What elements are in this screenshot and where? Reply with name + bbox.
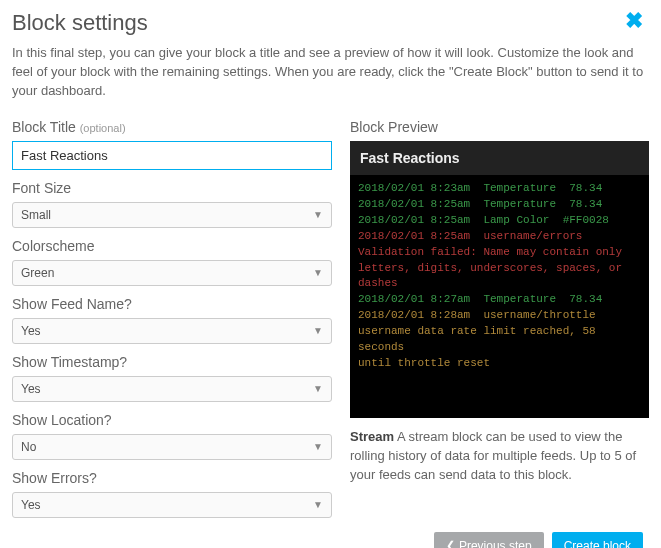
- log-line: 2018/02/01 8:28am username/throttle: [358, 308, 641, 324]
- preview-description: Stream A stream block can be used to vie…: [350, 428, 649, 485]
- block-title-label: Block Title (optional): [12, 119, 332, 135]
- page-title: Block settings: [12, 10, 148, 36]
- log-line: Validation failed: Name may contain only: [358, 245, 641, 261]
- chevron-left-icon: ❮: [446, 539, 455, 548]
- create-block-button[interactable]: Create block: [552, 532, 643, 548]
- chevron-down-icon: ▼: [313, 499, 323, 510]
- chevron-down-icon: ▼: [313, 209, 323, 220]
- log-line: 2018/02/01 8:23am Temperature 78.34: [358, 181, 641, 197]
- chevron-down-icon: ▼: [313, 267, 323, 278]
- log-line: until throttle reset: [358, 356, 641, 372]
- show-timestamp-select[interactable]: Yes▼: [12, 376, 332, 402]
- chevron-down-icon: ▼: [313, 383, 323, 394]
- preview-log: 2018/02/01 8:23am Temperature 78.34 2018…: [350, 175, 649, 378]
- preview-section-title: Block Preview: [350, 119, 649, 135]
- log-line: letters, digits, underscores, spaces, or…: [358, 261, 641, 293]
- show-timestamp-label: Show Timestamp?: [12, 354, 332, 370]
- show-errors-label: Show Errors?: [12, 470, 332, 486]
- show-feed-name-label: Show Feed Name?: [12, 296, 332, 312]
- previous-step-button[interactable]: ❮ Previous step: [434, 532, 544, 548]
- show-location-select[interactable]: No▼: [12, 434, 332, 460]
- settings-form: Block Title (optional) Font Size Small▼ …: [12, 119, 332, 518]
- footer-actions: ❮ Previous step Create block: [12, 532, 649, 548]
- log-line: username data rate limit reached, 58 sec…: [358, 324, 641, 356]
- block-preview: Fast Reactions 2018/02/01 8:23am Tempera…: [350, 141, 649, 419]
- colorscheme-select[interactable]: Green▼: [12, 260, 332, 286]
- chevron-down-icon: ▼: [313, 325, 323, 336]
- show-feed-name-select[interactable]: Yes▼: [12, 318, 332, 344]
- intro-text: In this final step, you can give your bl…: [12, 44, 649, 101]
- block-title-input[interactable]: [12, 141, 332, 170]
- font-size-label: Font Size: [12, 180, 332, 196]
- colorscheme-label: Colorscheme: [12, 238, 332, 254]
- log-line: 2018/02/01 8:25am Temperature 78.34: [358, 197, 641, 213]
- preview-block-title: Fast Reactions: [350, 141, 649, 175]
- close-icon[interactable]: ✖: [625, 10, 649, 32]
- font-size-select[interactable]: Small▼: [12, 202, 332, 228]
- show-errors-select[interactable]: Yes▼: [12, 492, 332, 518]
- show-location-label: Show Location?: [12, 412, 332, 428]
- log-line: 2018/02/01 8:25am username/errors: [358, 229, 641, 245]
- chevron-down-icon: ▼: [313, 441, 323, 452]
- log-line: 2018/02/01 8:25am Lamp Color #FF0028: [358, 213, 641, 229]
- log-line: 2018/02/01 8:27am Temperature 78.34: [358, 292, 641, 308]
